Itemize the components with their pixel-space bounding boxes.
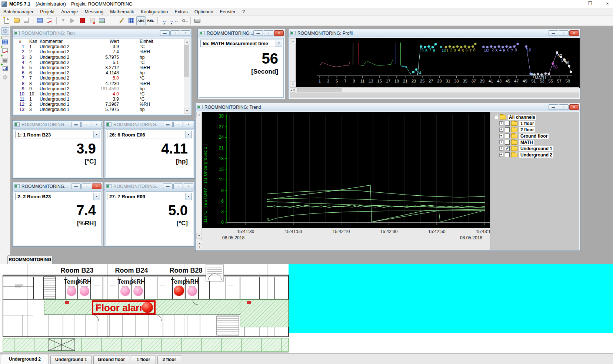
image-button[interactable] [97, 16, 106, 25]
close-button[interactable]: × [181, 30, 190, 36]
floor-tab-underground-2[interactable]: Underground 2 [1, 354, 49, 364]
menu-optionen[interactable]: Optionen [191, 9, 217, 15]
clipboard-delete-button[interactable] [87, 16, 97, 25]
restore-button[interactable]: ▫ [173, 183, 183, 189]
channel-selector[interactable]: 26: 6 Room E06▼ [107, 131, 192, 138]
menu-messung[interactable]: Messung [81, 9, 107, 15]
floor-tab-2-floor[interactable]: 2 floor [157, 355, 181, 364]
minimize-button[interactable]: ▬ [71, 183, 81, 189]
scroll-down-icon[interactable]: ▼ [184, 108, 190, 114]
minimize-button[interactable]: ▬ [160, 30, 170, 36]
profil-chart[interactable]: 1357911131517192123252729313335373941434… [296, 38, 580, 88]
minimize-button[interactable]: ▬ [163, 122, 173, 127]
abs-button[interactable]: ABS [136, 16, 146, 25]
floor-alarm-indicator[interactable]: Floor alarm [93, 301, 155, 314]
restore-button[interactable]: ▫ [173, 122, 183, 127]
close-button[interactable]: × [569, 30, 579, 36]
key-button[interactable] [179, 16, 188, 25]
close-button[interactable]: × [92, 122, 101, 127]
menu-extras[interactable]: Extras [171, 9, 191, 15]
table-row[interactable]: 3:3Underground 25.7975hp [14, 55, 183, 60]
sensor-ball-b23-temp[interactable] [67, 286, 76, 296]
tree-item-underground-2[interactable]: +Underground 2 [494, 152, 579, 158]
rel-button[interactable]: REL [146, 16, 155, 25]
table-row[interactable]: 11:1Underground 13.9°C [14, 97, 183, 102]
trend-chart[interactable]: 036912151821242730× [202, 112, 490, 228]
table-row[interactable]: 6:6Underground 24.1148hp [14, 70, 183, 75]
checkbox[interactable]: ✓ [505, 146, 510, 151]
minimize-button[interactable]: ▬ [163, 183, 173, 189]
menu-konfiguration[interactable]: Konfiguration [137, 9, 171, 15]
channel-selector[interactable]: 55: MATH Measurement time ▼ [200, 40, 282, 47]
menu-anzeige[interactable]: Anzeige [58, 9, 81, 15]
table-row[interactable]: 5:5Underground 23.2712%RH [14, 65, 183, 70]
tree-root-all-channels[interactable]: −All channels [494, 114, 579, 120]
sensor-ball-b24-temp[interactable] [120, 286, 130, 296]
sidebar-project-button[interactable] [1, 27, 9, 35]
trend-vscrollbar[interactable]: ▲ ▼ [196, 112, 202, 250]
channel-selector[interactable]: 2: 2 Room B23▼ [15, 193, 100, 200]
floor-tab-1-floor[interactable]: 1 floor [131, 355, 156, 364]
restore-button[interactable]: ▫ [170, 30, 180, 36]
scroll-up-icon[interactable]: ▲ [196, 112, 202, 117]
sidebar-settings-button[interactable] [1, 74, 9, 81]
chevron-down-icon[interactable]: ▼ [276, 40, 282, 47]
display-window-titlebar[interactable]: ROOMMONITORING...▬▫× [104, 182, 194, 191]
sensor-ball-b24-rh[interactable] [133, 286, 143, 296]
floorplan[interactable]: Room B23 Room B24 Room B28 Temp %RH Temp… [0, 264, 613, 353]
chevron-down-icon[interactable]: ▼ [93, 193, 100, 200]
table-row[interactable]: 9:9Underground 2191.4590hp [14, 86, 183, 91]
scroll-up-icon[interactable]: ▲ [290, 38, 296, 44]
trend-spin-buttons[interactable]: ▲ ▼ [197, 241, 202, 249]
expand-icon[interactable]: + [499, 153, 503, 157]
menu-projekt[interactable]: Projekt [37, 9, 58, 15]
profil-vscrollbar[interactable]: ▲ ▼ [290, 38, 296, 87]
table-row[interactable]: 8:8Underground 24.7230%RH [14, 81, 183, 86]
restore-button[interactable]: ▫ [559, 30, 569, 36]
menu-batchmanager[interactable]: Batchmanager [0, 9, 37, 15]
expand-icon[interactable]: + [499, 128, 503, 132]
start-button[interactable] [68, 16, 77, 25]
sensor-ball-b28-rh[interactable] [187, 286, 197, 296]
table-row[interactable]: 1:1Underground 23.9°C [14, 44, 183, 49]
minimize-button[interactable]: ▬ [71, 122, 81, 127]
channel-selector[interactable]: 27: 7 Room E09▼ [107, 193, 192, 200]
grid-button[interactable] [127, 16, 136, 25]
display-window-titlebar[interactable]: ROOMMONITORING...▬▫× [104, 121, 194, 129]
sensor-ball-b28-temp-alarm[interactable] [174, 286, 184, 296]
zoom-x-button[interactable]: ↔ [160, 16, 169, 25]
profil-hscrollbar[interactable]: ▲▼ [290, 87, 579, 92]
compress-x-button[interactable]: →← [169, 16, 179, 25]
spin-up-icon[interactable]: ▲ [197, 241, 202, 245]
chevron-down-icon[interactable]: ▼ [93, 131, 100, 138]
restore-button[interactable]: ▫ [264, 30, 273, 36]
close-button[interactable]: × [274, 30, 284, 36]
channel-selector[interactable]: 1: 1 Room B23▼ [15, 131, 100, 138]
print-button[interactable] [193, 16, 202, 25]
table-row[interactable]: 7:7Underground 25.0°C [14, 75, 183, 81]
scroll-down-icon[interactable]: ▼ [290, 81, 296, 87]
restore-button[interactable]: ▫ [81, 183, 91, 189]
table-row[interactable]: 12:2Underground 17.3967%RH [14, 102, 183, 107]
stop-button[interactable] [78, 16, 87, 25]
scroll-down-icon[interactable]: ▼ [196, 233, 202, 239]
close-button[interactable]: × [92, 183, 101, 189]
new-file-button[interactable] [2, 16, 11, 25]
scroll-left-icon[interactable]: ▲▼ [290, 88, 295, 92]
close-button[interactable]: × [569, 104, 579, 110]
expand-icon[interactable]: + [499, 134, 503, 138]
table-scrollbar[interactable]: ▲ ▼ [184, 39, 190, 114]
display-window-titlebar[interactable]: ROOMMONITORING...▬▫× [13, 182, 103, 191]
tree-item-underground-1[interactable]: +✓Underground 1 [494, 145, 579, 152]
chevron-down-icon[interactable]: ▼ [185, 131, 191, 138]
collapse-icon[interactable]: − [494, 115, 498, 119]
scroll-up-icon[interactable]: ▲ [184, 39, 190, 44]
scroll-thumb[interactable] [184, 45, 189, 77]
sidebar-add-barchart-button[interactable] [1, 65, 9, 72]
floor-tab-underground-1[interactable]: Underground 1 [50, 355, 92, 364]
table-row[interactable]: 2:2Underground 27.4%RH [14, 49, 183, 54]
minimize-button[interactable]: ▬ [253, 30, 263, 36]
menu-[interactable]: ? [239, 9, 248, 15]
chart-view-button[interactable] [45, 16, 54, 25]
menu-fenster[interactable]: Fenster [217, 9, 239, 15]
